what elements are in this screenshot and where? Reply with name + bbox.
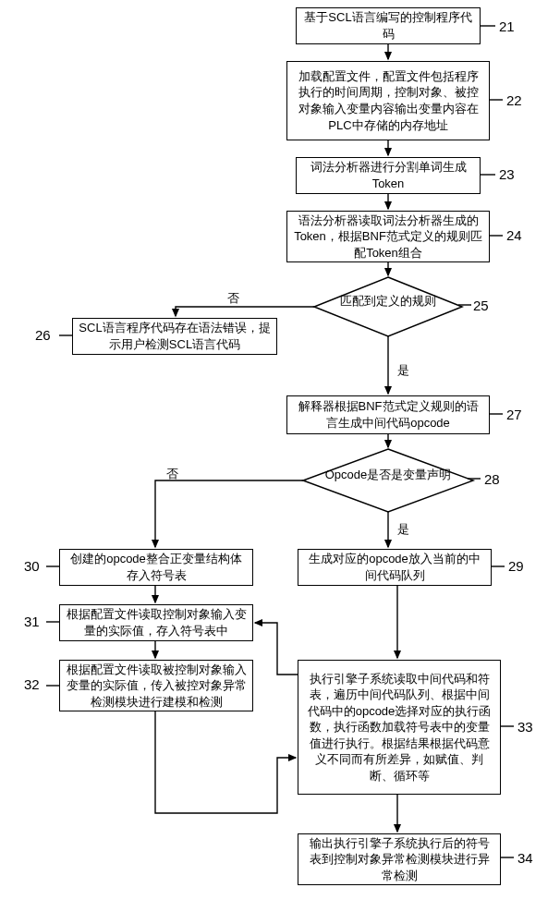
- node-26: SCL语言程序代码存在语法错误，提示用户检测SCL语言代码: [72, 318, 277, 355]
- node-21: 基于SCL语言编写的控制程序代码: [296, 7, 481, 44]
- node-30: 创建的opcode整合正变量结构体存入符号表: [59, 549, 253, 586]
- label-21: 21: [499, 18, 515, 34]
- node-29: 生成对应的opcode放入当前的中间代码队列: [298, 549, 492, 586]
- node-27: 解释器根据BNF范式定义规则的语言生成中间代码opcode: [286, 395, 490, 434]
- node-33-text: 执行引擎子系统读取中间代码和符表，遍历中间代码队列、根据中间代码中的opcode…: [304, 671, 494, 784]
- label-25: 25: [473, 298, 489, 313]
- label-28: 28: [484, 471, 500, 487]
- node-28-text: Opcode是否是变量声明: [320, 468, 457, 483]
- node-27-text: 解释器根据BNF范式定义规则的语言生成中间代码opcode: [293, 398, 483, 431]
- label-34: 34: [517, 850, 533, 866]
- node-22: 加载配置文件，配置文件包括程序执行的时间周期，控制对象、被控对象输入变量内容输出…: [286, 61, 490, 140]
- label-30: 30: [24, 558, 40, 574]
- node-29-text: 生成对应的opcode放入当前的中间代码队列: [304, 551, 485, 583]
- label-33: 33: [517, 719, 533, 735]
- label-32: 32: [24, 676, 40, 692]
- node-25-text: 匹配到定义的规则: [323, 294, 453, 310]
- node-30-text: 创建的opcode整合正变量结构体存入符号表: [66, 551, 247, 583]
- node-24-text: 语法分析器读取词法分析器生成的Token，根据BNF范式定义的规则匹配Token…: [293, 213, 483, 261]
- label-26: 26: [35, 327, 51, 343]
- node-22-text: 加载配置文件，配置文件包括程序执行的时间周期，控制对象、被控对象输入变量内容输出…: [293, 68, 483, 133]
- label-27: 27: [506, 407, 522, 422]
- node-34: 输出执行引擎子系统执行后的符号表到控制对象异常检测模块进行异常检测: [298, 833, 501, 885]
- node-24: 语法分析器读取词法分析器生成的Token，根据BNF范式定义的规则匹配Token…: [286, 211, 490, 262]
- edge-28-no: 否: [166, 466, 178, 482]
- edge-28-yes: 是: [397, 521, 409, 538]
- label-22: 22: [506, 92, 522, 108]
- label-23: 23: [499, 166, 515, 182]
- node-31: 根据配置文件读取控制对象输入变量的实际值，存入符号表中: [59, 604, 253, 641]
- node-26-text: SCL语言程序代码存在语法错误，提示用户检测SCL语言代码: [79, 320, 271, 352]
- node-32: 根据配置文件读取被控制对象输入变量的实际值，传入被控对象异常检测模块进行建模和检…: [59, 660, 253, 711]
- node-34-text: 输出执行引擎子系统执行后的符号表到控制对象异常检测模块进行异常检测: [304, 835, 494, 884]
- label-31: 31: [24, 614, 40, 629]
- node-32-text: 根据配置文件读取被控制对象输入变量的实际值，传入被控对象异常检测模块进行建模和检…: [66, 662, 247, 711]
- label-24: 24: [506, 227, 522, 243]
- node-31-text: 根据配置文件读取控制对象输入变量的实际值，存入符号表中: [66, 606, 247, 638]
- label-29: 29: [508, 558, 524, 574]
- node-21-text: 基于SCL语言编写的控制程序代码: [302, 9, 474, 42]
- edge-25-no: 否: [227, 290, 239, 307]
- node-23: 词法分析器进行分割单词生成Token: [296, 157, 481, 194]
- node-33: 执行引擎子系统读取中间代码和符表，遍历中间代码队列、根据中间代码中的opcode…: [298, 660, 501, 795]
- edge-25-yes: 是: [397, 362, 409, 379]
- node-23-text: 词法分析器进行分割单词生成Token: [302, 159, 474, 191]
